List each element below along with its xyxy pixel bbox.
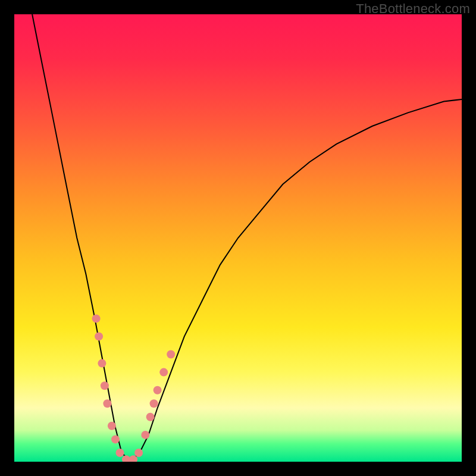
chart-background [14,14,462,462]
data-marker [154,386,162,394]
watermark-text: TheBottleneck.com [356,1,470,17]
data-marker [146,413,155,421]
data-marker [122,455,130,462]
data-marker [134,449,143,457]
data-marker [101,381,109,390]
data-marker [103,399,111,408]
data-marker [95,332,103,340]
bottleneck-plot [14,14,462,462]
data-marker [150,399,158,408]
data-markers [92,314,176,462]
data-marker [116,449,124,457]
bottleneck-curve [32,14,462,462]
data-marker [92,314,101,322]
data-marker [111,435,120,443]
data-marker [108,422,116,430]
data-marker [98,359,106,368]
data-marker [141,431,149,439]
data-marker [167,350,175,359]
data-marker [159,368,168,377]
